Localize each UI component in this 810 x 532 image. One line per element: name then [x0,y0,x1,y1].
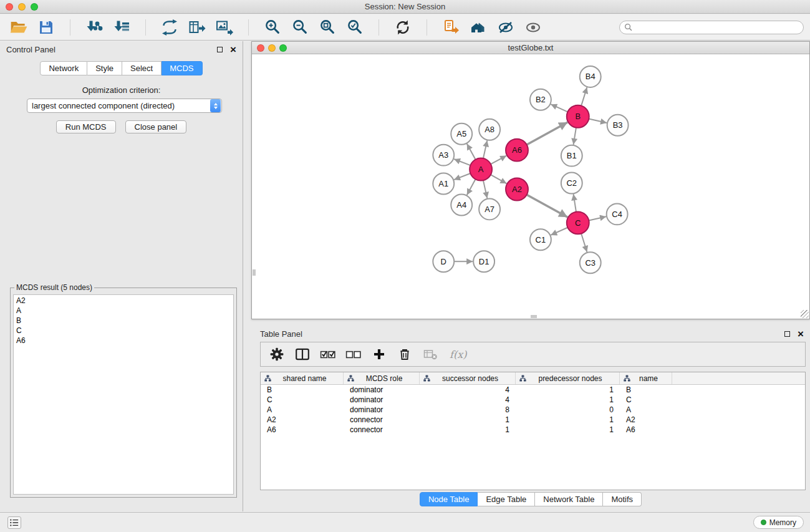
network-zoom-button[interactable] [279,44,287,52]
graph-edge[interactable] [574,128,576,145]
network-window-titlebar[interactable]: testGlobe.txt [252,42,809,54]
table-settings-button[interactable] [268,346,286,363]
graph-node[interactable]: A5 [451,123,472,145]
graph-node[interactable]: C4 [607,203,628,225]
show-columns-button[interactable] [294,346,311,363]
run-mcds-button[interactable]: Run MCDS [56,120,116,133]
graph-node[interactable]: B [567,105,589,128]
graph-node[interactable]: B4 [580,66,601,87]
task-history-button[interactable] [7,516,21,529]
graph-node[interactable]: B3 [607,115,629,136]
table-row[interactable]: A6connector11A6 [261,425,805,435]
column-header[interactable]: MCDS role [344,372,420,384]
graph-edge[interactable] [551,104,567,112]
column-header[interactable]: shared name [261,372,344,384]
graph-node[interactable]: A7 [479,198,500,220]
graph-edge[interactable] [467,179,476,195]
graph-node[interactable]: B1 [561,145,582,167]
graph-node[interactable]: A1 [433,173,454,195]
graph-edge[interactable] [581,87,587,106]
tab-mcds[interactable]: MCDS [162,61,202,75]
graph-edge[interactable] [483,180,487,198]
graph-edge[interactable] [467,143,476,159]
tab-style[interactable]: Style [87,61,122,75]
graph-node[interactable]: A3 [433,145,454,166]
graph-node[interactable]: D1 [473,251,494,272]
graph-edge[interactable] [551,228,567,235]
table-row[interactable]: Cdominator41C [261,395,805,405]
network-minimize-button[interactable] [268,44,276,52]
frame-grip[interactable] [531,315,537,318]
tab-edge-table[interactable]: Edge Table [478,492,535,506]
graph-edge[interactable] [581,234,587,253]
tab-motifs[interactable]: Motifs [603,492,642,506]
graph-edge[interactable] [589,216,606,220]
graph-node[interactable]: A [470,158,492,181]
zoom-in-button[interactable] [261,16,284,39]
function-builder-icon[interactable]: f(x) [450,349,466,360]
deselect-all-button[interactable] [345,346,362,363]
network-close-button[interactable] [257,44,264,52]
column-header[interactable]: predecessor nodes [516,372,620,384]
result-item[interactable]: B [16,316,231,326]
graph-edge[interactable] [574,194,576,211]
network-canvas[interactable]: AA6A2BCA5A8A3A1A4A7B2B4B3B1C2C4C1C3DD1 [252,55,809,319]
import-table-button[interactable] [110,16,133,39]
memory-button[interactable]: Memory [753,516,804,529]
graph-node[interactable]: B2 [530,89,551,110]
zoom-fit-button[interactable] [316,16,339,39]
open-session-button[interactable] [7,16,30,39]
select-all-button[interactable] [319,346,337,363]
graph-node[interactable]: A6 [506,139,528,162]
result-item[interactable]: A6 [16,336,231,346]
graph-node[interactable]: C1 [530,229,551,250]
resize-handle-icon[interactable] [801,310,809,318]
home-button[interactable] [467,16,489,39]
close-panel-icon[interactable] [230,47,236,53]
float-table-panel-icon[interactable] [784,331,790,337]
close-table-panel-icon[interactable] [798,331,804,337]
close-window-button[interactable] [6,3,13,11]
close-panel-button[interactable]: Close panel [125,120,187,133]
result-item[interactable]: A [16,306,231,316]
export-image-button[interactable] [213,16,236,39]
graph-node[interactable]: A4 [451,194,472,215]
float-panel-icon[interactable] [217,47,223,52]
mcds-result-list[interactable]: A2ABCA6 [13,294,234,495]
tab-network-table[interactable]: Network Table [535,492,603,506]
new-network-button[interactable] [158,16,181,39]
recent-document-button[interactable] [440,16,462,39]
table-row[interactable]: Adominator80A [261,405,805,415]
graph-edge[interactable] [491,156,506,164]
table-row[interactable]: Bdominator41B [261,385,805,395]
delete-table-button[interactable] [422,346,439,363]
frame-grip[interactable] [253,269,256,276]
graph-node[interactable]: D [433,251,454,272]
graph-edge[interactable] [454,173,470,180]
zoom-out-button[interactable] [289,16,311,39]
search-box[interactable] [619,21,804,34]
graph-node[interactable]: A8 [479,119,500,140]
column-header[interactable]: successor nodes [420,372,516,384]
graph-node[interactable]: C2 [561,173,582,194]
zoom-selected-button[interactable] [344,16,366,39]
criterion-dropdown[interactable]: largest connected component (directed) [27,99,222,113]
graph-edge[interactable] [491,175,507,183]
column-header[interactable]: name [620,372,672,384]
result-item[interactable]: A2 [16,296,231,306]
import-network-button[interactable] [83,16,105,39]
zoom-window-button[interactable] [31,3,38,11]
graph-edge[interactable] [527,195,567,217]
export-table-button[interactable] [186,16,208,39]
show-view-button[interactable] [522,16,544,39]
graph-node[interactable]: A2 [506,178,528,201]
graph-edge[interactable] [527,122,567,145]
graph-edge[interactable] [454,159,470,165]
refresh-view-button[interactable] [392,16,414,39]
table-row[interactable]: A2connector11A2 [261,415,805,425]
add-column-button[interactable] [370,346,388,363]
graph-node[interactable]: C3 [580,252,601,273]
graph-node[interactable]: C [567,211,589,234]
search-input[interactable] [635,23,803,32]
delete-column-button[interactable] [396,346,413,363]
